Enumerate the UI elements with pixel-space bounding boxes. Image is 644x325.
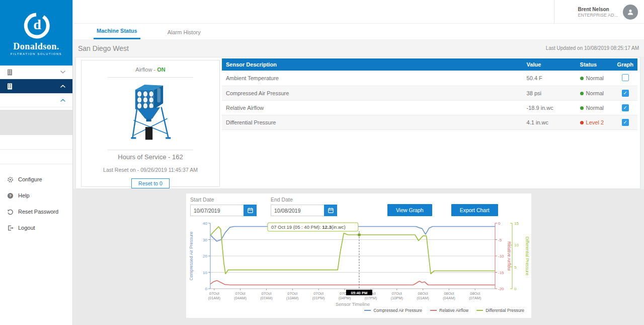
hours-of-service: Hours of Service - 162 — [82, 153, 219, 161]
reset-to-zero-button[interactable]: Reset to 0 — [131, 178, 170, 188]
end-date-group: End Date — [271, 197, 337, 216]
cursor-axis-label: 05:40 PM — [351, 291, 368, 295]
x-tick-label: (10PM) — [390, 296, 403, 300]
column-status: Status — [576, 58, 613, 71]
left-axis-tick-label: 0 — [205, 287, 208, 291]
legend-dash-icon — [476, 310, 483, 311]
x-tick-label: (01AM) — [417, 296, 429, 300]
sidebar: d Donaldson. FILTRATION SOLUTIONS Config… — [0, 0, 73, 325]
graph-checkbox-unchecked[interactable] — [622, 74, 629, 81]
legend-dash-icon — [430, 310, 437, 311]
status-dot-icon — [580, 121, 584, 124]
reset-icon — [7, 208, 14, 215]
page-title: San Diego West — [78, 44, 129, 52]
donaldson-logo-icon: d — [22, 11, 51, 40]
series-line-right — [210, 281, 495, 285]
far-right-axis-tick-label: 0 — [514, 287, 517, 291]
legend-label: Compressed Air Pressure — [373, 308, 422, 313]
top-header: Brent Nelson ENTERPRISE AD... — [73, 0, 644, 24]
cursor-tooltip-text: 07 Oct 19 (05 : 40 PM): 12.3(in.wc) — [271, 224, 346, 230]
sensor-status-cell: Normal — [576, 101, 613, 115]
export-chart-button[interactable]: Export Chart — [451, 204, 498, 216]
far-right-axis-tick-label: 5 — [514, 265, 517, 270]
x-tick-label: 07Oct — [392, 291, 403, 296]
legend-dash-icon — [364, 310, 371, 311]
end-date-input[interactable] — [271, 205, 324, 216]
divider — [108, 77, 193, 78]
dust-collector-image — [124, 80, 177, 143]
start-date-input[interactable] — [190, 205, 244, 216]
tab-alarm-history[interactable]: Alarm History — [165, 26, 204, 39]
start-date-calendar-button[interactable] — [244, 205, 257, 216]
user-menu[interactable]: Brent Nelson ENTERPRISE AD... — [554, 0, 638, 24]
chevron-up-icon — [60, 85, 65, 88]
sensor-timeline-chart[interactable]: 010203040Compressed Air Pressure0-5-10-1… — [187, 220, 530, 309]
legend-label: Relative Airflow — [439, 308, 468, 313]
start-date-group: Start Date — [190, 197, 257, 216]
status-text: Normal — [586, 75, 604, 81]
table-row: Ambient Temperature50.4 FNormal — [222, 71, 637, 86]
x-tick-label: (04AM) — [443, 296, 455, 300]
tab-machine-status[interactable]: Machine Status — [94, 24, 140, 39]
sidebar-link-reset-password[interactable]: Reset Password — [0, 204, 72, 220]
x-tick-label: (07AM) — [260, 296, 273, 300]
status-dot-icon — [580, 92, 584, 95]
chevron-down-icon — [60, 71, 65, 74]
building-icon — [7, 69, 13, 76]
graph-toggle-cell: ✓ — [613, 101, 637, 115]
sidebar-empty-row — [0, 150, 72, 164]
chart-controls: Start Date End Date — [186, 193, 531, 216]
last-updated-text: Last Updated on 10/08/2019 08:25:17 AM — [546, 45, 639, 51]
sensor-value-cell: -18.9 in.wc — [523, 101, 576, 115]
graph-checkbox-checked[interactable]: ✓ — [622, 90, 629, 97]
avatar[interactable] — [623, 5, 638, 20]
logout-icon — [7, 224, 14, 231]
title-band: San Diego West Last Updated on 10/08/201… — [73, 39, 644, 57]
status-text: Normal — [586, 90, 604, 96]
legend-item-compressed-air-pressure[interactable]: Compressed Air Pressure — [364, 308, 422, 313]
sidebar-empty-row — [0, 135, 72, 150]
x-tick-label: 08Oct — [444, 291, 454, 296]
right-axis-tick-label: -5 — [498, 238, 502, 242]
sidebar-link-logout[interactable]: Logout — [0, 220, 72, 236]
sensor-status-cell: Level 2 — [576, 115, 613, 130]
help-icon: ? — [7, 192, 14, 199]
chevron-up-icon — [60, 99, 65, 102]
calendar-icon — [328, 208, 334, 213]
graph-toggle-cell: ✓ — [613, 86, 637, 101]
graph-checkbox-checked[interactable]: ✓ — [622, 104, 629, 111]
x-tick-label: (07PM) — [365, 296, 377, 300]
table-row: Relative Airflow-18.9 in.wcNormal✓ — [222, 101, 637, 115]
sidebar-item-machine-group[interactable] — [0, 94, 72, 107]
sensor-value-cell: 38 psi — [523, 86, 576, 101]
graph-checkbox-checked[interactable]: ✓ — [622, 119, 629, 126]
view-graph-button[interactable]: View Graph — [387, 204, 432, 216]
legend-item-differential-pressure[interactable]: Differential Pressure — [476, 308, 524, 313]
sidebar-link-configure[interactable]: Configure — [0, 171, 72, 187]
legend-label: Differential Pressure — [486, 308, 524, 313]
app-root: d Donaldson. FILTRATION SOLUTIONS Config… — [0, 0, 644, 325]
end-date-calendar-button[interactable] — [324, 205, 337, 216]
x-tick-label: 07Oct — [235, 291, 246, 296]
sensor-description-cell: Relative Airflow — [222, 101, 523, 115]
sensor-table: Sensor Description Value Status Graph Am… — [222, 58, 637, 130]
status-text: Level 2 — [586, 119, 604, 125]
right-axis-tick-label: -15 — [498, 271, 504, 275]
x-tick-label: (01PM) — [312, 296, 325, 300]
x-tick-label: (07AM) — [469, 296, 481, 300]
cursor-marker — [358, 233, 361, 236]
status-dot-icon — [580, 77, 584, 80]
right-axis-label: Relative Airflow — [507, 241, 512, 271]
legend-item-relative-airflow[interactable]: Relative Airflow — [430, 308, 468, 313]
x-tick-label: 08Oct — [418, 291, 429, 296]
sidebar-link-help[interactable]: ?Help — [0, 187, 72, 204]
sidebar-item-enterprise[interactable] — [0, 66, 72, 79]
bottom-band: Start Date End Date — [73, 189, 644, 325]
x-tick-label: 08Oct — [470, 291, 480, 296]
sidebar-item-site-active[interactable] — [0, 79, 72, 94]
chart-card: Start Date End Date — [186, 193, 531, 318]
sidebar-link-label: Configure — [18, 176, 42, 182]
x-tick-label: 07Oct — [287, 291, 298, 296]
column-value: Value — [523, 58, 576, 71]
sidebar-selected-machine-block[interactable] — [0, 110, 72, 135]
